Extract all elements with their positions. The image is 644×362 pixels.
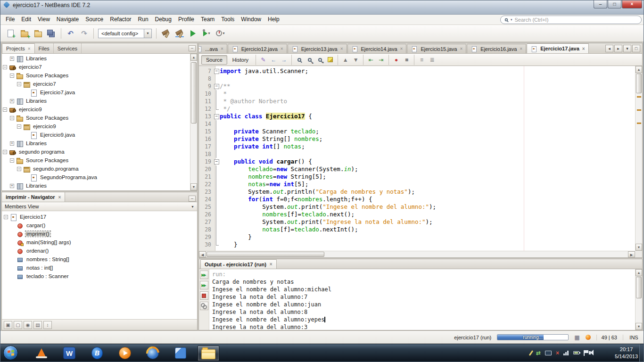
show-desktop-button[interactable] bbox=[639, 344, 644, 362]
tree-item-ejercicio9[interactable]: −ejercicio9 bbox=[2, 105, 190, 114]
tab-ejercicio13-java[interactable]: Ejercicio13.java× bbox=[288, 44, 347, 53]
scrollbar-thumb[interactable] bbox=[206, 252, 324, 257]
collapse-icon[interactable]: − bbox=[10, 158, 14, 163]
close-tab-icon[interactable]: × bbox=[460, 46, 462, 51]
save-all-button[interactable] bbox=[45, 27, 58, 40]
scroll-down-button[interactable]: ▼ bbox=[636, 323, 642, 330]
back-button[interactable]: ← bbox=[269, 55, 279, 65]
member-nombres-string[interactable]: nombres : String[] bbox=[2, 255, 197, 263]
tab-ejercicio15-java[interactable]: Ejercicio15.java× bbox=[407, 44, 466, 53]
firefox-taskbar-button[interactable] bbox=[142, 346, 164, 361]
collapse-icon[interactable]: − bbox=[17, 124, 21, 129]
toggle-highlight-button[interactable] bbox=[325, 55, 335, 65]
start-button[interactable] bbox=[3, 346, 18, 360]
tree-item-ejercicio9-java[interactable]: Ejercicio9.java bbox=[2, 131, 190, 139]
member-cargar[interactable]: cargar() bbox=[2, 221, 197, 230]
tab-files[interactable]: Files bbox=[35, 43, 54, 53]
scroll-up-button[interactable]: ▲ bbox=[636, 66, 642, 73]
config-combo[interactable]: <default config>▼ bbox=[98, 29, 152, 38]
find-selection-button[interactable] bbox=[294, 55, 304, 65]
menu-item-run[interactable]: Run bbox=[135, 15, 152, 25]
scroll-up-button[interactable]: ▲ bbox=[190, 54, 197, 61]
progress-bar[interactable]: running... bbox=[497, 334, 569, 340]
tab-ava[interactable]: ...ava× bbox=[199, 44, 227, 53]
menu-item-team[interactable]: Team bbox=[198, 15, 218, 25]
member-ordenar[interactable]: ordenar() bbox=[2, 247, 197, 255]
expand-icon[interactable]: + bbox=[10, 141, 14, 146]
comment-button[interactable]: ≡ bbox=[417, 55, 427, 65]
word-taskbar-button[interactable] bbox=[58, 346, 80, 361]
tree-item-source-packages[interactable]: −Source Packages bbox=[2, 156, 190, 165]
show-static-icon[interactable]: ◉ bbox=[24, 321, 32, 329]
rerun-params-button[interactable]: ▶▶ bbox=[200, 281, 208, 289]
show-inherited-icon[interactable]: ▣ bbox=[4, 321, 12, 329]
minimize-panel-button[interactable]: – bbox=[189, 45, 196, 51]
source-view-button[interactable]: Source bbox=[201, 55, 227, 65]
editor-hscrollbar[interactable]: ◀ ▶ bbox=[199, 251, 635, 257]
volume-icon[interactable] bbox=[589, 351, 594, 354]
shift-right-button[interactable]: ⇥ bbox=[376, 55, 386, 65]
scroll-up-button[interactable]: ▲ bbox=[636, 269, 642, 276]
chevron-down-icon[interactable]: ▼ bbox=[144, 29, 151, 38]
vlc-taskbar-button[interactable] bbox=[31, 346, 52, 361]
projects-scrollbar[interactable]: ▲ ▼ bbox=[190, 54, 197, 190]
tab-ejercicio16-java[interactable]: Ejercicio16.java× bbox=[467, 44, 526, 53]
tree-item-ejercicio9[interactable]: −ejercicio9 bbox=[2, 122, 190, 131]
expand-icon[interactable]: + bbox=[10, 99, 14, 103]
tab-ejercicio14-java[interactable]: Ejercicio14.java× bbox=[347, 44, 407, 53]
new-file-button[interactable] bbox=[4, 27, 17, 40]
redo-button[interactable]: ↷ bbox=[78, 27, 91, 40]
forward-button[interactable]: → bbox=[279, 55, 289, 65]
menu-item-file[interactable]: File bbox=[2, 15, 18, 25]
search-box[interactable]: ▾ bbox=[500, 16, 642, 24]
find-previous-button[interactable]: ▲ bbox=[305, 55, 314, 65]
tab-ejercicio17-java[interactable]: Ejercicio17.java× bbox=[527, 43, 588, 53]
tab-list-button[interactable]: ▾ bbox=[623, 45, 631, 52]
menu-item-navigate[interactable]: Navigate bbox=[53, 15, 82, 25]
fold-collapse-icon[interactable] bbox=[213, 82, 220, 90]
tree-item-source-packages[interactable]: −Source Packages bbox=[2, 114, 190, 122]
clean-build-button[interactable] bbox=[173, 27, 186, 40]
pen-icon[interactable] bbox=[530, 350, 532, 356]
scroll-left-button[interactable]: ◀ bbox=[199, 251, 206, 257]
shift-left-button[interactable]: ⇤ bbox=[366, 55, 376, 65]
scrollbar-thumb[interactable] bbox=[191, 62, 197, 123]
scroll-down-button[interactable]: ▼ bbox=[636, 244, 642, 251]
menu-item-debug[interactable]: Debug bbox=[152, 15, 175, 25]
close-tab-icon[interactable]: × bbox=[582, 46, 585, 51]
menu-item-edit[interactable]: Edit bbox=[18, 15, 34, 25]
find-next-button[interactable]: ▼ bbox=[315, 55, 325, 65]
tree-item-libraries[interactable]: +Libraries bbox=[2, 97, 190, 105]
tab-ejercicio12-java[interactable]: Ejercicio12.java× bbox=[228, 44, 287, 53]
menu-item-window[interactable]: Window bbox=[238, 15, 264, 25]
fold-collapse-icon[interactable] bbox=[213, 67, 220, 75]
tree-item-ejercicio7[interactable]: −ejercicio7 bbox=[2, 63, 190, 71]
signal-icon[interactable] bbox=[563, 351, 569, 355]
flag-icon[interactable] bbox=[584, 350, 585, 356]
scrollbar-thumb[interactable] bbox=[636, 74, 642, 93]
sync-icon[interactable]: ⇄ bbox=[536, 350, 541, 356]
minimize-window-button[interactable]: – bbox=[594, 0, 607, 8]
close-tab-icon[interactable]: × bbox=[270, 262, 272, 267]
tree-item-source-packages[interactable]: −Source Packages bbox=[2, 71, 190, 80]
menu-item-view[interactable]: View bbox=[34, 15, 53, 25]
member-teclado-scanner[interactable]: teclado : Scanner bbox=[2, 272, 197, 280]
close-tab-icon[interactable]: × bbox=[400, 46, 403, 51]
close-tab-icon[interactable]: × bbox=[221, 46, 223, 51]
menu-item-tools[interactable]: Tools bbox=[218, 15, 238, 25]
scrollbar-thumb[interactable] bbox=[636, 277, 642, 298]
collapse-icon[interactable]: − bbox=[17, 82, 21, 86]
undo-button[interactable]: ↶ bbox=[64, 27, 77, 40]
run-button[interactable] bbox=[187, 27, 199, 40]
scroll-tabs-left-button[interactable]: ◂ bbox=[605, 45, 613, 52]
title-bar[interactable]: ejercicio17 - NetBeans IDE 7.2 – □ × bbox=[0, 0, 644, 15]
uncomment-button[interactable]: ≣ bbox=[427, 55, 437, 65]
tree-item-ejercicio7[interactable]: −ejercicio7 bbox=[2, 80, 190, 88]
scroll-tabs-right-button[interactable]: ▸ bbox=[614, 45, 622, 52]
search-input[interactable] bbox=[515, 17, 637, 23]
tree-item-libraries[interactable]: +Libraries bbox=[2, 139, 190, 148]
last-edit-button[interactable]: ✎ bbox=[258, 55, 268, 65]
stop-button[interactable] bbox=[200, 291, 208, 300]
close-window-button[interactable]: × bbox=[622, 0, 642, 8]
member-notas-int[interactable]: notas : int[] bbox=[2, 263, 197, 272]
